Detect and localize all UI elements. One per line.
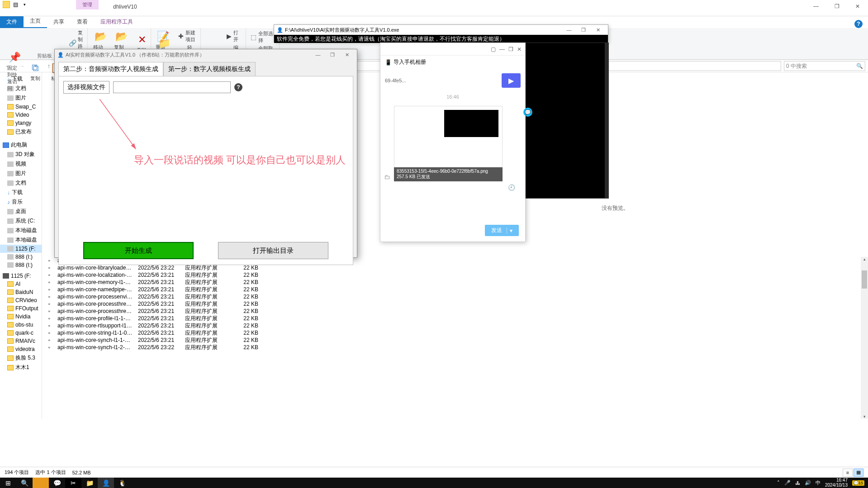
dialog-minimize-button[interactable]: — <box>311 50 325 59</box>
tray-network-icon[interactable]: 🖧 <box>795 480 800 486</box>
qat-file-icon[interactable]: ▤ <box>12 1 19 8</box>
chat-bubble[interactable]: 🗀 83553153-15f1-4eec-96b0-0e722f8bf57a.p… <box>394 106 521 181</box>
select-all-button[interactable]: ⬚全部选择 <box>249 30 276 44</box>
dialog-tab-step1[interactable]: 第一步：数字人视频模板生成 <box>163 62 256 76</box>
chat-maximize-button[interactable]: ❐ <box>508 46 513 52</box>
close-button[interactable]: ✕ <box>847 0 868 13</box>
dialog-titlebar[interactable]: 👤 AI实时音频驱动数字人工具V1.0 （作者B站：万能君的软件库） — ❐ ✕ <box>55 49 357 60</box>
task-explorer-icon[interactable] <box>33 478 49 488</box>
tray-mic-icon[interactable]: 🎤 <box>784 480 791 486</box>
start-generate-button[interactable]: 开始生成 <box>83 242 194 259</box>
tab-view[interactable]: 查看 <box>71 16 94 28</box>
sidebar-item-ytangy[interactable]: ytangy <box>0 119 42 127</box>
copy-button[interactable]: ⧉复制 <box>25 61 45 83</box>
maximize-button[interactable]: ❐ <box>826 0 847 13</box>
table-row[interactable]: ▫ api-ms-win-core-rtlsupport-l1-1-0.dll … <box>42 322 861 329</box>
table-row[interactable]: ▫ api-ms-win-core-synch-l1-1-0.dll 2022/… <box>42 336 861 344</box>
sidebar-item-rmai[interactable]: RMAIVc <box>0 337 42 345</box>
sidebar-item-3d[interactable]: 3D 对象 <box>0 150 42 159</box>
sidebar-item-sys[interactable]: 系统 (C: <box>0 216 42 226</box>
taskbar-clock[interactable]: 16:47 2024/10/13 <box>825 478 848 488</box>
console-titlebar[interactable]: 👤 F:\AI\dhliveV10\AI实时音频驱动数字人工具V1.0.exe … <box>274 25 608 35</box>
chat-import-row[interactable]: 📱 导入手机相册 <box>380 56 525 69</box>
vertical-scrollbar[interactable]: ▴ ▾ <box>861 257 868 419</box>
qat-dropdown-icon[interactable]: ▾ <box>21 1 28 8</box>
table-row[interactable]: ▫ api-ms-win-core-processenvironmen... 2… <box>42 293 861 300</box>
sidebar-item-1125[interactable]: 1125 (F: <box>0 245 42 253</box>
dialog-close-button[interactable]: ✕ <box>340 50 354 59</box>
chat-image[interactable] <box>394 106 503 167</box>
dialog-tab-step2[interactable]: 第二步：音频驱动数字人视频生成 <box>58 62 163 76</box>
minimize-button[interactable]: — <box>806 0 826 13</box>
send-dropdown-icon[interactable]: ▾ <box>507 227 512 234</box>
chat-file-entry[interactable]: 69-4fe5... ▶ <box>385 73 521 88</box>
video-path-input[interactable] <box>113 81 231 93</box>
chat-pin-icon[interactable]: ▢ <box>491 46 496 52</box>
task-folder-icon[interactable]: 📁 <box>81 478 98 488</box>
sidebar-item-desktop[interactable]: 桌面 <box>0 207 42 216</box>
table-row[interactable]: ▫ api-ms-win-core-profile-l1-1-0.dll 202… <box>42 315 861 322</box>
table-row[interactable]: ▫ api-ms-win-core-synch-l1-2-0.dll 2022/… <box>42 344 861 351</box>
sidebar-item-888b[interactable]: 888 (I:) <box>0 261 42 269</box>
task-wechat-icon[interactable]: 💬 <box>49 478 65 488</box>
search-input[interactable]: 0 中搜索🔍 <box>784 61 865 71</box>
table-row[interactable]: ▫ api-ms-win-core-processthreads-l1-1...… <box>42 300 861 308</box>
details-view-button[interactable]: ≡ <box>843 469 853 477</box>
table-row[interactable]: ▫ api-ms-win-core-memory-l1-1-0.dll 2022… <box>42 279 861 286</box>
sidebar-item-videos[interactable]: 视频 <box>0 159 42 169</box>
sidebar-item-nvidia[interactable]: Nvidia <box>0 313 42 321</box>
tab-manage[interactable]: 管理 <box>76 0 99 9</box>
file-list[interactable]: ▫ api-ms-win-core-interlocked-l1-1-0.dll… <box>42 257 861 419</box>
sidebar-item-music[interactable]: ♪音乐 <box>0 197 42 207</box>
tab-file[interactable]: 文件 <box>0 16 24 28</box>
sidebar-item-pics2[interactable]: 图片 <box>0 169 42 178</box>
sidebar-item-local2[interactable]: 本地磁盘 <box>0 235 42 245</box>
open-output-button[interactable]: 打开输出目录 <box>218 242 328 259</box>
tab-share[interactable]: 共享 <box>47 16 71 28</box>
tab-home[interactable]: 主页 <box>24 15 47 28</box>
sidebar-item-1125b[interactable]: 1125 (F: <box>0 272 42 280</box>
sidebar-item-dl2[interactable]: ↓下载 <box>0 188 42 197</box>
sidebar-item-quark[interactable]: quark-c <box>0 329 42 337</box>
sidebar-item-baidu[interactable]: BaiduN <box>0 288 42 296</box>
sidebar-item-videotra[interactable]: videotra <box>0 345 42 353</box>
sidebar-item-thispc[interactable]: 此电脑 <box>0 140 42 150</box>
console-maximize-button[interactable]: ❐ <box>576 25 591 34</box>
console-close-button[interactable]: ✕ <box>591 25 605 34</box>
table-row[interactable]: ▫ api-ms-win-core-namedpipe-l1-1-0.dll 2… <box>42 286 861 293</box>
task-app-icon[interactable]: ✂ <box>65 478 81 488</box>
sidebar-item-published[interactable]: 已发布 <box>0 127 42 137</box>
console-minimize-button[interactable]: — <box>562 25 576 34</box>
sidebar-item-ffoutput[interactable]: FFOutput <box>0 304 42 313</box>
task-qq-icon[interactable]: 🐧 <box>114 478 130 488</box>
table-row[interactable]: ▫ api-ms-win-core-libraryloader-l1-1-0..… <box>42 264 861 271</box>
help-icon[interactable]: ? <box>854 20 863 28</box>
chat-minimize-button[interactable]: — <box>499 46 505 52</box>
icons-view-button[interactable]: ▦ <box>854 469 863 477</box>
sidebar-item-ai[interactable]: AI <box>0 280 42 288</box>
start-button[interactable]: ⊞ <box>0 478 16 488</box>
preview-scrollbar[interactable] <box>605 43 608 198</box>
table-row[interactable]: ▫ api-ms-win-core-string-l1-1-0.dll 2022… <box>42 329 861 336</box>
dialog-maximize-button[interactable]: ❐ <box>325 50 340 59</box>
chat-clock-icon[interactable]: 🕘 <box>385 181 521 194</box>
sidebar-item-888[interactable]: 888 (I:) <box>0 253 42 261</box>
tray-ime[interactable]: 中 <box>816 479 821 486</box>
send-button[interactable]: 发送 ▾ <box>485 225 519 236</box>
sidebar-item-crvideo[interactable]: CRVideo <box>0 296 42 304</box>
open-button[interactable]: ▶打开 <box>224 29 243 43</box>
scrollbar-thumb[interactable] <box>862 270 867 289</box>
chat-close-button[interactable]: ✕ <box>517 46 522 52</box>
tab-app-tools[interactable]: 应用程序工具 <box>94 16 139 28</box>
sidebar-item-local1[interactable]: 本地磁盘 <box>0 226 42 235</box>
search-button[interactable]: 🔍 <box>16 478 33 488</box>
notification-badge[interactable]: 💬15 <box>852 480 864 486</box>
sidebar-item-face[interactable]: 换脸 5.3 <box>0 353 42 363</box>
help-icon[interactable]: ? <box>234 83 242 91</box>
search-icon[interactable]: 🔍 <box>856 63 863 69</box>
sidebar-item-wood[interactable]: 木木1 <box>0 363 42 372</box>
chat-titlebar[interactable]: ▢ — ❐ ✕ <box>380 43 525 56</box>
sidebar-item-obs[interactable]: obs-stu <box>0 321 42 329</box>
chat-play-thumb[interactable]: ▶ <box>502 73 521 88</box>
new-item-button[interactable]: ✚新建项目 <box>176 29 198 43</box>
